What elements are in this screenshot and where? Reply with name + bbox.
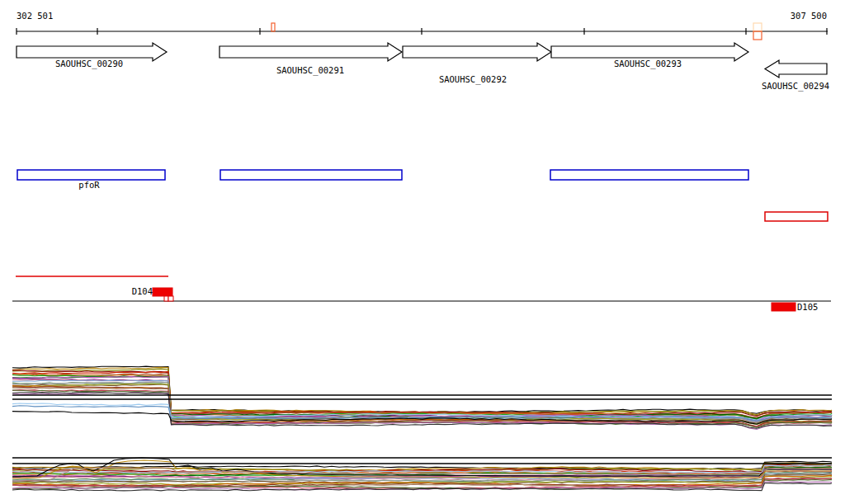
ruler-marker-pair-top[interactable] xyxy=(753,23,762,31)
deletion-subbox-d104-0[interactable] xyxy=(164,296,168,301)
gene-label-saouhsc-00294[interactable]: SAOUHSC_00294 xyxy=(762,81,829,91)
ruler-marker-small[interactable] xyxy=(271,23,275,31)
ruler-marker-pair-bottom[interactable] xyxy=(753,31,762,40)
deletion-label-d104[interactable]: D104 xyxy=(132,286,153,296)
gene-label-saouhsc-00291[interactable]: SAOUHSC_00291 xyxy=(276,65,344,75)
gene-arrow-saouhsc_00294[interactable] xyxy=(765,60,827,78)
deletion-subbox-d104-1[interactable] xyxy=(168,296,173,301)
feature-label-pfor[interactable]: pfoR xyxy=(78,180,99,190)
gene-arrow-saouhsc_00292[interactable] xyxy=(403,43,551,61)
ruler-end-label: 307 500 xyxy=(791,11,827,21)
ruler-start-label: 302 501 xyxy=(17,11,53,21)
coverage-upper-trace-0 xyxy=(12,366,832,413)
red-feature-box[interactable] xyxy=(765,212,828,221)
deletion-box-d105[interactable] xyxy=(772,303,795,311)
browser-canvas xyxy=(0,0,845,504)
gene-label-saouhsc-00290[interactable]: SAOUHSC_00290 xyxy=(55,59,123,68)
genome-browser: 302 501 307 500 SAOUHSC_00290 SAOUHSC_00… xyxy=(0,0,845,504)
deletion-label-d105[interactable]: D105 xyxy=(797,302,818,312)
blue-feature-box-1[interactable] xyxy=(220,170,402,180)
coverage-upper-trace-2 xyxy=(12,369,832,416)
gene-arrow-saouhsc_00291[interactable] xyxy=(220,43,402,61)
gene-label-saouhsc-00292[interactable]: SAOUHSC_00292 xyxy=(439,74,507,84)
gene-label-saouhsc-00293[interactable]: SAOUHSC_00293 xyxy=(614,59,682,68)
blue-feature-box-0[interactable] xyxy=(17,170,165,180)
blue-feature-box-2[interactable] xyxy=(550,170,748,180)
deletion-box-d104[interactable] xyxy=(153,288,172,296)
